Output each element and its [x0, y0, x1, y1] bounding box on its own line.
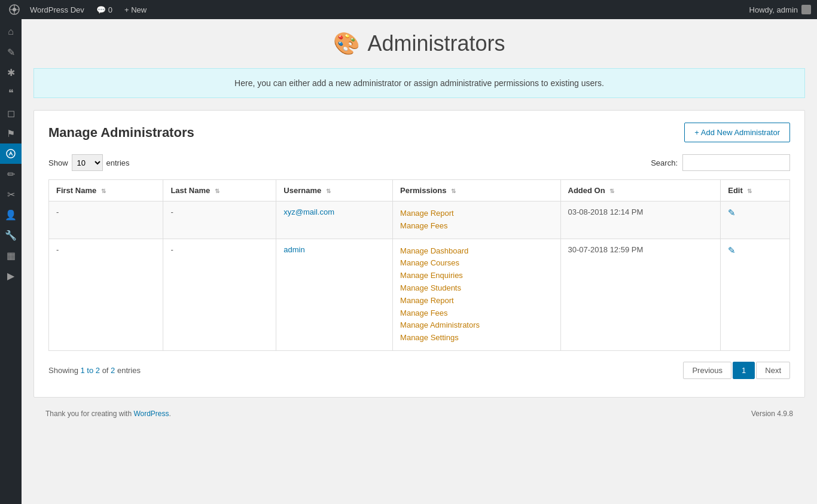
entries-label: entries [106, 158, 130, 167]
show-entries-control: Show 10 25 50 100 entries [48, 154, 130, 171]
cell-permissions: Manage Report Manage Fees [393, 201, 560, 239]
table-row: - - admin Manage Dashboard Manage Course… [49, 239, 790, 350]
table-row: - - xyz@mail.com Manage Report Manage Fe… [49, 201, 790, 239]
manage-card: Manage Administrators + Add New Administ… [33, 110, 805, 398]
sidebar-item-dashboard[interactable]: ⌂ [0, 22, 22, 42]
cell-username: xyz@mail.com [276, 201, 393, 239]
sort-icon-last-name: ⇅ [215, 188, 220, 194]
search-box: Search: [651, 154, 790, 171]
sidebar-item-pencil[interactable]: ✏ [0, 164, 22, 184]
table-header-row: First Name ⇅ Last Name ⇅ Username ⇅ Perm… [49, 180, 790, 201]
showing-total: 2 [111, 366, 115, 375]
sidebar-item-scissors[interactable]: ✂ [0, 184, 22, 204]
showing-range: 1 to 2 [80, 366, 100, 375]
add-new-administrator-button[interactable]: + Add New Administrator [684, 123, 790, 142]
adminbar-right: Howdy, admin [749, 5, 811, 14]
page-header: 🎨 Administrators [33, 31, 805, 56]
avatar [801, 5, 811, 14]
footer-left: Thank you for creating with WordPress. [45, 410, 171, 418]
card-header: Manage Administrators + Add New Administ… [48, 123, 790, 142]
cell-permissions: Manage Dashboard Manage Courses Manage E… [393, 239, 560, 350]
col-username[interactable]: Username ⇅ [276, 180, 393, 201]
cell-added-on: 30-07-2018 12:59 PM [560, 239, 721, 350]
sidebar-item-pages[interactable]: ◻ [0, 103, 22, 123]
sort-icon-permissions: ⇅ [451, 188, 456, 194]
page-1-button[interactable]: 1 [733, 362, 755, 379]
cell-username: admin [276, 239, 393, 350]
col-permissions[interactable]: Permissions ⇅ [393, 180, 560, 201]
col-added-on[interactable]: Added On ⇅ [560, 180, 721, 201]
edit-icon[interactable]: ✎ [728, 207, 736, 218]
sidebar-item-learndash[interactable] [0, 143, 22, 164]
cell-added-on: 03-08-2018 12:14 PM [560, 201, 721, 239]
sidebar-item-play[interactable]: ▶ [0, 265, 22, 286]
main-content: 🎨 Administrators Here, you can either ad… [22, 19, 817, 504]
previous-button[interactable]: Previous [683, 362, 731, 379]
adminbar-comments[interactable]: 💬 0 [92, 0, 117, 19]
sidebar-item-comments[interactable]: ❝ [0, 83, 22, 103]
table-controls: Show 10 25 50 100 entries Search: [48, 154, 790, 171]
sidebar-item-posts[interactable]: ✎ [0, 42, 22, 62]
wp-logo[interactable] [6, 0, 23, 19]
cell-edit: ✎ [721, 201, 790, 239]
sidebar-item-settings[interactable]: 🔧 [0, 225, 22, 245]
sidebar-item-tools[interactable]: ✱ [0, 62, 22, 83]
pagination-buttons: Previous 1 Next [683, 362, 790, 379]
col-last-name[interactable]: Last Name ⇅ [163, 180, 276, 201]
cell-first-name: - [49, 201, 163, 239]
col-first-name[interactable]: First Name ⇅ [49, 180, 163, 201]
cell-edit: ✎ [721, 239, 790, 350]
page-icon: 🎨 [333, 31, 360, 56]
admin-sidebar: ⌂ ✎ ✱ ❝ ◻ ⚑ ✏ ✂ 👤 🔧 ▦ ▶ [0, 19, 22, 504]
show-label: Show [48, 158, 68, 167]
sidebar-item-grid[interactable]: ▦ [0, 245, 22, 265]
info-banner: Here, you can either add a new administr… [33, 68, 805, 98]
sort-icon-edit: ⇅ [747, 188, 752, 194]
svg-point-1 [13, 8, 16, 11]
comment-icon: 💬 [96, 5, 106, 14]
sidebar-item-feedback[interactable]: ⚑ [0, 123, 22, 143]
admin-bar: WordPress Dev 💬 0 + New Howdy, admin [0, 0, 817, 19]
footer: Thank you for creating with WordPress. V… [33, 404, 805, 424]
search-label: Search: [651, 158, 678, 167]
cell-last-name: - [163, 239, 276, 350]
cell-first-name: - [49, 239, 163, 350]
adminbar-site-name[interactable]: WordPress Dev [25, 0, 89, 19]
entries-select[interactable]: 10 25 50 100 [72, 154, 103, 171]
sort-icon-first-name: ⇅ [101, 188, 106, 194]
sort-icon-username: ⇅ [326, 188, 331, 194]
search-input[interactable] [682, 154, 790, 171]
sort-icon-added-on: ⇅ [609, 188, 614, 194]
cell-last-name: - [163, 201, 276, 239]
col-edit[interactable]: Edit ⇅ [721, 180, 790, 201]
footer-right: Version 4.9.8 [751, 410, 793, 418]
pagination-row: Showing 1 to 2 of 2 entries Previous 1 N… [48, 362, 790, 379]
page-title: Administrators [367, 31, 505, 56]
showing-text: Showing 1 to 2 of 2 entries [48, 366, 141, 375]
adminbar-new[interactable]: + New [120, 0, 151, 19]
administrators-table: First Name ⇅ Last Name ⇅ Username ⇅ Perm… [48, 179, 790, 351]
wordpress-link[interactable]: WordPress [133, 410, 169, 418]
edit-icon[interactable]: ✎ [728, 245, 736, 255]
next-button[interactable]: Next [756, 362, 790, 379]
table-body: - - xyz@mail.com Manage Report Manage Fe… [49, 201, 790, 351]
sidebar-item-users[interactable]: 👤 [0, 204, 22, 225]
card-title: Manage Administrators [48, 125, 194, 140]
